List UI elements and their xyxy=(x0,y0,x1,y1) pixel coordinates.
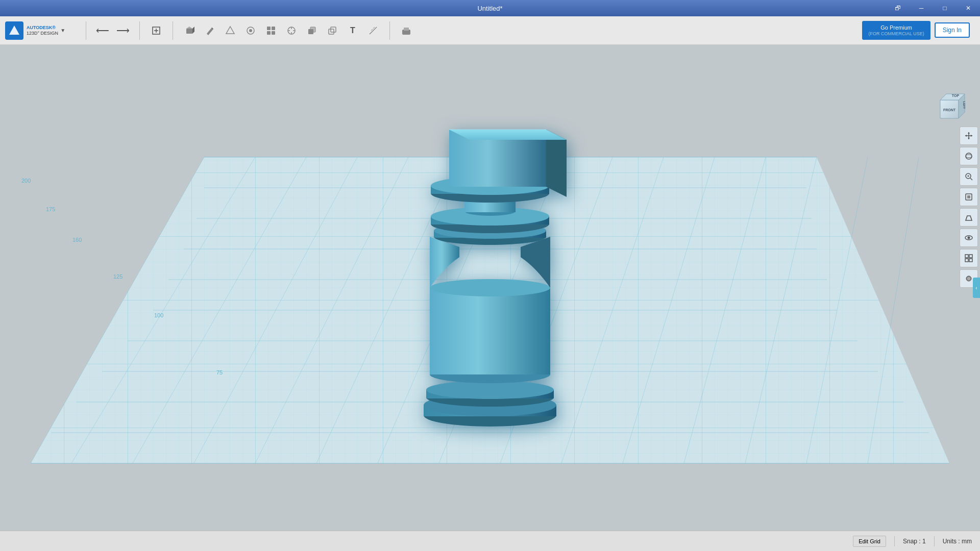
svg-rect-24 xyxy=(404,28,409,31)
logo-area: AUTODESK® 123D° DESIGN ▼ xyxy=(0,16,82,44)
toolbar: AUTODESK® 123D° DESIGN ▼ ⟵ ⟶ xyxy=(0,16,980,45)
svg-rect-22 xyxy=(331,27,336,32)
svg-line-102 xyxy=(970,216,972,220)
svg-rect-4 xyxy=(186,29,192,34)
premium-button[interactable]: Go Premium (FOR COMMERCIAL USE) xyxy=(862,21,930,40)
close-button[interactable]: ✕ xyxy=(957,0,980,16)
svg-point-9 xyxy=(249,29,252,32)
svg-marker-6 xyxy=(192,27,194,34)
product-name: 123D° DESIGN xyxy=(27,31,58,36)
separator-2 xyxy=(139,21,140,40)
svg-text:FRONT: FRONT xyxy=(943,108,956,112)
sketch-tool[interactable] xyxy=(201,21,219,40)
svg-marker-5 xyxy=(186,27,192,29)
status-divider-2 xyxy=(934,536,935,546)
fit-view-button[interactable] xyxy=(960,188,978,206)
svg-point-63 xyxy=(430,279,550,296)
orbit-button[interactable] xyxy=(960,147,978,165)
viewport[interactable]: 200 175 160 125 100 75 xyxy=(0,45,980,531)
separator-3 xyxy=(173,21,173,40)
svg-rect-13 xyxy=(272,31,275,35)
svg-marker-7 xyxy=(226,27,234,34)
logo-text: AUTODESK® 123D° DESIGN xyxy=(27,25,58,36)
svg-marker-0 xyxy=(9,26,19,35)
brand-name: AUTODESK® xyxy=(27,25,58,31)
ruler-200: 200 xyxy=(21,178,31,184)
pattern-tool[interactable] xyxy=(262,21,280,40)
combine-tool[interactable] xyxy=(303,21,321,40)
premium-area: Go Premium (FOR COMMERCIAL USE) Sign In xyxy=(862,21,980,40)
svg-rect-20 xyxy=(310,27,315,32)
shape-tools-group: T xyxy=(179,21,383,40)
3d-shape-svg xyxy=(403,114,577,431)
undo-redo-group: ⟵ ⟶ xyxy=(92,21,133,40)
svg-point-110 xyxy=(967,277,970,280)
separator-1 xyxy=(86,21,86,40)
ruler-160: 160 xyxy=(72,237,82,243)
material-tool[interactable] xyxy=(397,21,415,40)
svg-rect-105 xyxy=(965,255,968,258)
group-tool[interactable] xyxy=(323,21,341,40)
status-divider-1 xyxy=(894,536,895,546)
svg-rect-62 xyxy=(430,288,550,374)
ruler-75: 75 xyxy=(216,369,223,375)
material-group xyxy=(396,21,416,40)
restore-button[interactable]: 🗗 xyxy=(886,0,910,16)
construct-tool[interactable] xyxy=(221,21,239,40)
svg-rect-21 xyxy=(329,29,334,34)
perspective-button[interactable] xyxy=(960,208,978,227)
svg-marker-91 xyxy=(971,135,972,137)
right-panel xyxy=(958,45,980,288)
ruler-125: 125 xyxy=(113,273,122,280)
visibility-button[interactable] xyxy=(960,229,978,247)
modify-tool[interactable] xyxy=(241,21,260,40)
logo-dropdown[interactable]: ▼ xyxy=(60,28,65,33)
svg-line-101 xyxy=(966,216,967,220)
measure-tool[interactable] xyxy=(364,21,382,40)
redo-button[interactable]: ⟶ xyxy=(114,21,132,40)
pan-button[interactable] xyxy=(960,127,978,145)
title-bar: Untitled* 🗗 ─ □ ✕ xyxy=(0,0,980,16)
box-tool[interactable] xyxy=(180,21,199,40)
svg-marker-78 xyxy=(449,130,567,140)
svg-rect-107 xyxy=(965,259,968,262)
new-button[interactable] xyxy=(147,21,165,40)
zoom-button[interactable] xyxy=(960,167,978,186)
svg-rect-11 xyxy=(272,27,275,30)
signin-button[interactable]: Sign In xyxy=(935,22,970,38)
svg-rect-10 xyxy=(267,27,271,30)
3d-object xyxy=(403,114,577,431)
svg-marker-88 xyxy=(968,132,970,134)
grid-button[interactable] xyxy=(960,249,978,267)
ruler-100: 100 xyxy=(154,312,163,318)
right-panel-toggle[interactable]: ‹ xyxy=(973,278,980,298)
snap-tool[interactable] xyxy=(282,21,301,40)
svg-line-95 xyxy=(970,178,972,180)
edit-grid-button[interactable]: Edit Grid xyxy=(853,536,886,547)
svg-rect-108 xyxy=(969,259,972,262)
units-value: Units : mm xyxy=(943,538,972,545)
window-controls: 🗗 ─ □ ✕ xyxy=(886,0,980,16)
maximize-button[interactable]: □ xyxy=(933,0,957,16)
ruler-175: 175 xyxy=(46,206,55,212)
snap-value: Snap : 1 xyxy=(903,538,926,545)
svg-point-60 xyxy=(426,381,554,399)
svg-marker-89 xyxy=(968,138,970,139)
status-bar: Edit Grid Snap : 1 Units : mm xyxy=(0,531,980,551)
undo-button[interactable]: ⟵ xyxy=(93,21,112,40)
svg-point-92 xyxy=(966,153,972,159)
svg-point-93 xyxy=(966,155,972,158)
svg-rect-12 xyxy=(267,31,271,35)
svg-rect-106 xyxy=(969,255,972,258)
svg-marker-90 xyxy=(965,135,967,137)
transform-group xyxy=(146,21,166,40)
autodesk-logo-icon xyxy=(5,21,23,40)
window-title: Untitled* xyxy=(477,5,502,12)
svg-point-104 xyxy=(968,237,970,239)
minimize-button[interactable]: ─ xyxy=(910,0,933,16)
separator-4 xyxy=(389,21,390,40)
text-tool[interactable]: T xyxy=(344,21,362,40)
svg-rect-99 xyxy=(967,195,970,198)
